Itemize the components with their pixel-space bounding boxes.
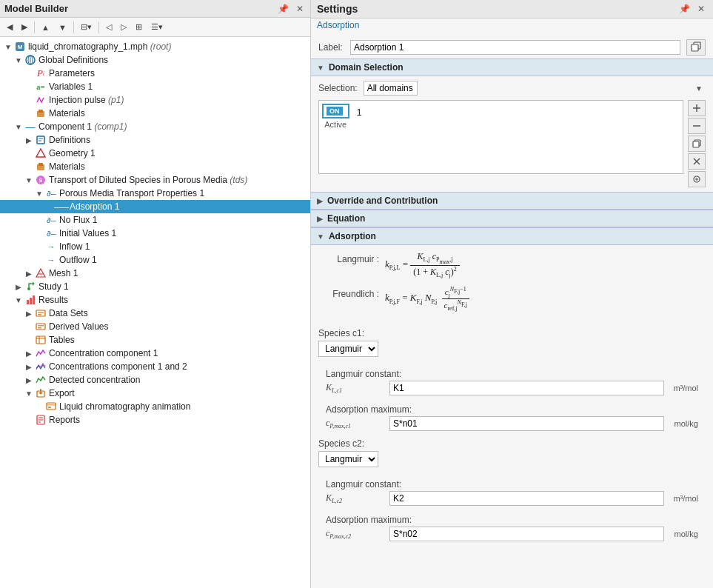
add-domain-button[interactable]: [688, 100, 706, 116]
kl-c1-input[interactable]: [389, 381, 664, 395]
expand-domain-button[interactable]: [688, 171, 706, 187]
icon-inflow1: →: [44, 241, 58, 253]
tree-item-global-defs[interactable]: ▼ Global Definitions: [0, 53, 310, 67]
tree-label-materials: Materials: [49, 161, 85, 172]
tree-item-root[interactable]: ▼ M liquid_chromatography_1.mph (root): [0, 40, 310, 53]
toggle-inflow1: [34, 243, 44, 251]
species-c2-dropdown[interactable]: Langmuir: [318, 451, 378, 467]
tree-item-tables[interactable]: Tables: [0, 333, 310, 347]
tree-item-inflow1[interactable]: → Inflow 1: [0, 240, 310, 253]
tree-item-comp1[interactable]: ▼ — Component 1 (comp1): [0, 120, 310, 133]
toggle-conc1[interactable]: ▶: [24, 350, 34, 358]
tree-item-datasets[interactable]: ▶ Data Sets: [0, 307, 310, 320]
tree-label-variables1: Variables 1: [49, 81, 93, 92]
svg-text:S: S: [39, 178, 43, 183]
override-header[interactable]: ▶ Override and Contribution: [311, 192, 713, 210]
remove-domain-button[interactable]: [688, 118, 706, 134]
up-button[interactable]: ▲: [38, 21, 53, 34]
tree-item-reports[interactable]: Reports: [0, 413, 310, 427]
settings-pin-button[interactable]: 📌: [677, 4, 692, 14]
view1-button[interactable]: ◁: [102, 20, 116, 34]
toggle-comp1[interactable]: ▼: [13, 123, 24, 131]
svg-rect-22: [36, 310, 45, 316]
tree-item-detected[interactable]: ▶ Detected concentration: [0, 373, 310, 387]
toggle-outflow1: [34, 256, 44, 264]
tree-item-initialvalues1[interactable]: ∂— Initial Values 1: [0, 227, 310, 240]
toggle-initialvalues1: [34, 230, 44, 238]
tree-label-definitions: Definitions: [49, 135, 90, 145]
toggle-porous-media[interactable]: ▼: [34, 190, 44, 198]
tree-item-animation[interactable]: Liquid chromatography animation: [0, 400, 310, 413]
species-c1-dropdown[interactable]: Langmuir: [318, 341, 378, 357]
toggle-detected[interactable]: ▶: [24, 376, 34, 384]
view3-button[interactable]: ⊞: [132, 20, 146, 34]
cp-max-c1-input[interactable]: [389, 416, 664, 431]
toggle-definitions[interactable]: ▶: [24, 136, 34, 144]
toggle-root[interactable]: ▼: [3, 43, 13, 51]
close-button[interactable]: ✕: [294, 4, 306, 14]
copy-label-button[interactable]: [686, 39, 706, 56]
tree-item-adsorption1[interactable]: ——— Adsorption 1: [0, 200, 310, 213]
toggle-study1[interactable]: ▶: [13, 283, 24, 291]
icon-parameters: Pi: [34, 67, 47, 79]
tree-item-mesh1[interactable]: ▶ Mesh 1: [0, 267, 310, 280]
domain-selection-header[interactable]: ▼ Domain Selection: [311, 59, 713, 76]
forward-button[interactable]: ▶: [18, 20, 31, 34]
menu-button[interactable]: ☰▾: [147, 20, 167, 34]
langmuir-formula-row: Langmuir : kP,j,L = KL,j cPmax,j (1 + KL…: [320, 251, 704, 278]
icon-datasets: [34, 307, 47, 319]
tree-item-transport[interactable]: ▼ S Transport of Diluted Species in Poro…: [0, 173, 310, 187]
kl-c2-name: KL,c2: [326, 492, 385, 504]
cp-max-c1-row: cP,max,c1 mol/kg: [318, 415, 706, 432]
settings-close-button[interactable]: ✕: [695, 4, 707, 14]
back-button[interactable]: ◀: [3, 20, 16, 34]
tree-item-outflow1[interactable]: → Outflow 1: [0, 253, 310, 267]
model-builder-title: Model Builder: [4, 3, 68, 14]
cp-max-c2-input[interactable]: [389, 527, 664, 541]
domain-selection-content: Selection: All domains ▼ ON: [311, 76, 713, 192]
svg-rect-6: [39, 110, 43, 113]
delete-domain-button[interactable]: [688, 153, 706, 170]
tree-item-parameters[interactable]: Pi Parameters: [0, 67, 310, 80]
kl-c2-input[interactable]: [389, 491, 664, 506]
langmuir-formula: kP,j,L = KL,j cPmax,j (1 + KL,j cj)2: [385, 251, 460, 278]
freundlich-formula-row: Freundlich : kP,j,F = KF,j NP,j cjNF,j−1…: [320, 286, 704, 312]
tree-item-results[interactable]: ▼ Results: [0, 293, 310, 307]
toggle-adsorption1: [44, 203, 55, 211]
toggle-mesh1[interactable]: ▶: [24, 270, 34, 278]
tree-item-injection[interactable]: Injection pulse (p1): [0, 93, 310, 107]
tree-item-variables1[interactable]: a= Variables 1: [0, 80, 310, 93]
tree-item-definitions[interactable]: ▶ Definitions: [0, 133, 310, 147]
toggle-datasets[interactable]: ▶: [24, 310, 34, 318]
tree-item-materials[interactable]: Materials: [0, 160, 310, 173]
svg-rect-26: [38, 325, 44, 327]
tree-item-derived[interactable]: Derived Values: [0, 320, 310, 333]
toggle-export[interactable]: ▼: [24, 390, 34, 398]
label-input[interactable]: [350, 40, 680, 55]
tree-item-noflux1[interactable]: ∂— No Flux 1: [0, 213, 310, 227]
down-button[interactable]: ▼: [55, 21, 70, 34]
equation-header[interactable]: ▶ Equation: [311, 210, 713, 227]
selection-dropdown[interactable]: All domains: [364, 81, 418, 96]
domain-buttons: [688, 100, 706, 187]
tree-item-study1[interactable]: ▶ Study 1: [0, 280, 310, 293]
toggle-conc12[interactable]: ▶: [24, 363, 34, 371]
adsorption-section-header[interactable]: ▼ Adsorption: [311, 227, 713, 245]
toggle-transport[interactable]: ▼: [24, 176, 34, 184]
tree-item-porous-media[interactable]: ▼ ∂— Porous Media Transport Properties 1: [0, 187, 310, 200]
split-button[interactable]: ⊟▾: [77, 20, 96, 34]
icon-materials: [34, 161, 47, 173]
pin-button[interactable]: 📌: [275, 4, 291, 14]
tree-label-transport: Transport of Diluted Species in Porous M…: [49, 175, 247, 185]
toggle-results[interactable]: ▼: [13, 296, 24, 304]
tree-item-export[interactable]: ▼ Export: [0, 387, 310, 400]
settings-header-icons: 📌 ✕: [677, 4, 707, 14]
tree-item-conc1[interactable]: ▶ Concentration component 1: [0, 347, 310, 360]
copy-domain-button[interactable]: [688, 136, 706, 152]
view2-button[interactable]: ▷: [117, 20, 130, 34]
toggle-parameters: [24, 70, 34, 78]
toggle-global-defs[interactable]: ▼: [13, 56, 24, 64]
tree-item-conc12[interactable]: ▶ Concentrations component 1 and 2: [0, 360, 310, 373]
tree-item-geometry1[interactable]: Geometry 1: [0, 147, 310, 160]
tree-item-materials-global[interactable]: Materials: [0, 107, 310, 120]
